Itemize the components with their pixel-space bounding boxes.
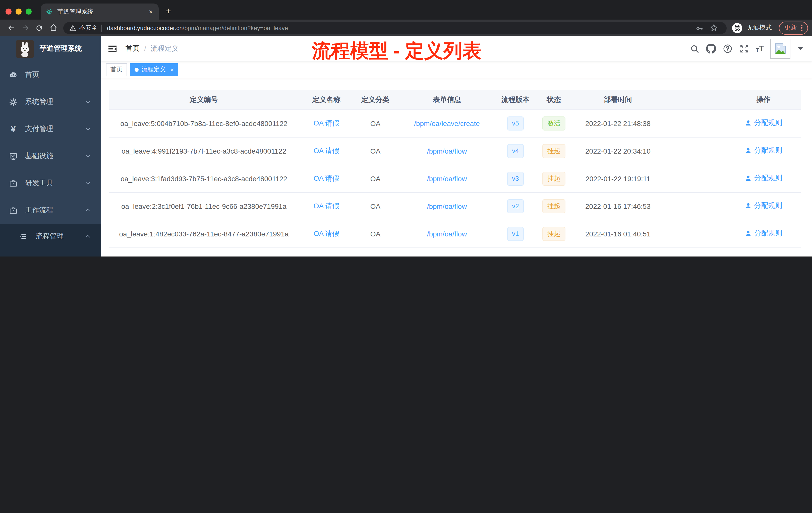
form-link[interactable]: /bpm/oa/flow: [427, 230, 467, 238]
definition-name-link[interactable]: OA 请假: [314, 229, 340, 237]
address-bar[interactable]: 不安全 dashboard.yudao.iocoder.cn/bpm/manag…: [63, 22, 727, 34]
new-tab-button[interactable]: +: [166, 6, 171, 16]
annotation-overlay: 流程模型 - 定义列表: [312, 38, 482, 64]
incognito-icon: [732, 22, 743, 33]
incognito-badge: 无痕模式: [732, 22, 772, 33]
url-path: /bpm/manager/definition?key=oa_leave: [183, 24, 288, 31]
status-badge: 挂起: [542, 199, 566, 213]
form-link[interactable]: /bpm/oa/leave/create: [414, 119, 480, 127]
tag-process-definition[interactable]: 流程定义 ×: [130, 63, 178, 76]
definition-name-link[interactable]: OA 请假: [314, 174, 340, 182]
avatar-dropdown-caret-icon[interactable]: [798, 47, 803, 50]
dashboard-icon: [9, 70, 18, 79]
col-form-info: 表单信息: [397, 90, 497, 110]
user-icon: [745, 175, 752, 182]
incognito-label: 无痕模式: [747, 24, 772, 32]
cell-category: OA: [354, 220, 397, 247]
sidebar-item-process-form[interactable]: 流程表单: [0, 249, 101, 256]
assign-rule-label: 分配规则: [754, 146, 782, 155]
definition-name-link[interactable]: OA 请假: [314, 202, 340, 210]
col-deploy-time: 部署时间: [574, 90, 662, 110]
table-row: oa_leave:3:1fad3d93-7b75-11ec-a3c8-acde4…: [109, 164, 801, 192]
screen: 芋道管理系统 × + 不安全 dashboard.yudao.iocoder.c…: [0, 0, 812, 256]
assign-rule-link[interactable]: 分配规则: [745, 201, 782, 210]
sidebar-fold-icon[interactable]: [109, 44, 117, 53]
search-icon[interactable]: [690, 44, 699, 54]
window-controls[interactable]: [5, 8, 32, 14]
sidebar-item-label: 系统管理: [25, 97, 53, 107]
sidebar-item-infrastructure[interactable]: 基础设施: [0, 143, 101, 170]
minimize-window-button[interactable]: [16, 8, 22, 14]
chevron-up-icon: [85, 233, 91, 239]
back-icon[interactable]: [4, 21, 18, 35]
reload-icon[interactable]: [32, 21, 46, 35]
sidebar-item-workflow[interactable]: 工作流程: [0, 197, 101, 224]
chevron-up-icon: [85, 207, 91, 213]
table-row: oa_leave:5:004b710b-7b8a-11ec-8ef0-acde4…: [109, 110, 801, 137]
zoom-window-button[interactable]: [26, 8, 32, 14]
assign-rule-link[interactable]: 分配规则: [745, 146, 782, 155]
breadcrumb-current: 流程定义: [151, 44, 179, 53]
gear-icon: [9, 98, 18, 106]
sidebar-item-home[interactable]: 首页: [0, 61, 101, 88]
user-icon: [745, 147, 752, 154]
sidebar-item-dev-tools[interactable]: 研发工具: [0, 170, 101, 197]
definition-name-link[interactable]: OA 请假: [314, 146, 340, 154]
cell-id: oa_leave:3:1fad3d93-7b75-11ec-a3c8-acde4…: [109, 164, 299, 192]
tag-home[interactable]: 首页: [106, 63, 127, 76]
browser-toolbar: 不安全 dashboard.yudao.iocoder.cn/bpm/manag…: [0, 20, 812, 36]
status-badge: 挂起: [542, 172, 566, 185]
cell-category: OA: [354, 137, 397, 164]
chevron-down-icon: [85, 153, 91, 159]
cell-category: OA: [354, 164, 397, 192]
form-link[interactable]: /bpm/oa/flow: [427, 175, 467, 182]
form-link[interactable]: /bpm/oa/flow: [427, 147, 467, 155]
fullscreen-icon[interactable]: [739, 44, 749, 54]
avatar[interactable]: [770, 39, 790, 59]
browser-tabstrip: 芋道管理系统 × +: [0, 0, 812, 20]
page-content: 定义编号 定义名称 定义分类 表单信息 流程版本 状态 部署时间 操作: [101, 78, 812, 256]
browser-tab[interactable]: 芋道管理系统 ×: [41, 3, 159, 20]
security-label: 不安全: [79, 24, 97, 32]
not-secure-warning-icon: [69, 24, 76, 31]
bookmark-star-icon[interactable]: [706, 21, 721, 35]
chevron-down-icon: [85, 99, 91, 105]
font-size-icon[interactable]: TT: [756, 45, 764, 53]
user-icon: [745, 119, 752, 126]
version-badge: v4: [507, 144, 524, 158]
password-key-icon[interactable]: [693, 21, 706, 35]
main-area: 流程模型 - 定义列表 首页 / 流程定义: [101, 36, 812, 256]
assign-rule-link[interactable]: 分配规则: [745, 174, 782, 183]
form-link[interactable]: /bpm/oa/flow: [427, 202, 467, 210]
sidebar-logo[interactable]: 芋道管理系统: [0, 36, 101, 61]
update-button[interactable]: 更新: [779, 21, 808, 34]
github-icon[interactable]: [706, 44, 716, 54]
yen-icon: ¥: [9, 125, 18, 133]
sidebar-item-system[interactable]: 系统管理: [0, 88, 101, 116]
briefcase-icon: [9, 206, 18, 215]
definition-name-link[interactable]: OA 请假: [314, 119, 340, 127]
cell-deploy-time: 2022-01-16 01:40:51: [574, 220, 662, 247]
list-icon: [20, 232, 28, 241]
cell-category: OA: [354, 110, 397, 137]
tab-close-icon[interactable]: ×: [148, 8, 154, 15]
logo-rabbit-avatar: [16, 40, 34, 58]
col-definition-name: 定义名称: [299, 90, 354, 110]
assign-rule-link[interactable]: 分配规则: [745, 118, 782, 127]
cell-id: oa_leave:5:004b710b-7b8a-11ec-8ef0-acde4…: [109, 110, 299, 137]
assign-rule-link[interactable]: 分配规则: [745, 229, 782, 238]
help-icon[interactable]: [723, 44, 733, 54]
sidebar-item-payment[interactable]: ¥ 支付管理: [0, 116, 101, 143]
forward-icon[interactable]: [18, 21, 32, 35]
chevron-down-icon: [85, 126, 91, 132]
sidebar-item-label: 基础设施: [25, 152, 53, 161]
active-dot: [135, 67, 139, 71]
assign-rule-label: 分配规则: [754, 118, 782, 127]
tag-close-icon[interactable]: ×: [170, 66, 174, 73]
col-definition-category: 定义分类: [354, 90, 397, 110]
breadcrumb-home[interactable]: 首页: [125, 44, 140, 53]
sidebar-item-process-management[interactable]: 流程管理: [0, 224, 101, 249]
browser-menu-kebab-icon[interactable]: [801, 25, 803, 31]
home-icon[interactable]: [46, 21, 60, 35]
close-window-button[interactable]: [5, 8, 11, 14]
